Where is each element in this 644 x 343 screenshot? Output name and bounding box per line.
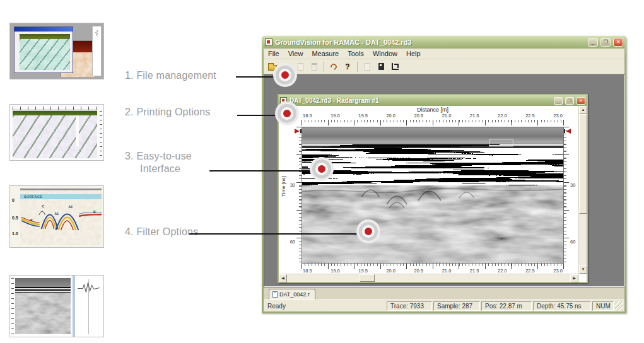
tick-label: 19.5 [358,113,368,119]
tick-label: 60 [290,239,295,245]
window-title: GroundVision for RAMAC - DAT_0042.rd3 [275,38,585,46]
feature-label: B [93,210,96,214]
annotation-line-3 [209,170,310,172]
horizontal-scroll-thumb[interactable] [360,274,375,282]
depth-tick: 1.0 [12,231,18,236]
main-titlebar: GroundVision for RAMAC - DAT_0042.rd3 _ … [264,36,624,49]
thumbnail-green-radargram [9,104,104,161]
thumbnail-seismic-section: 0 0.5 1.0 SURFACE B C [9,185,104,248]
vertical-scroll-thumb[interactable] [579,114,587,214]
status-ready: Ready [265,303,385,310]
distance-axis-bottom: 18.5 19.0 19.5 20.0 20.5 21.0 21.5 22.0 … [279,264,587,273]
tick-label: 19.0 [331,268,340,274]
document-tab-label: DAT_0042.r [279,291,310,298]
tick-label: 22.5 [525,113,535,119]
maximize-button[interactable]: ❐ [600,38,611,47]
annotation-marker-2 [281,107,293,120]
open-icon[interactable] [266,61,279,73]
time-axis-left: Time [ns] 30 60 [279,127,302,264]
surface-label: SURFACE [24,195,43,199]
annotation-marker-1 [279,69,291,81]
menu-tools[interactable]: Tools [348,50,364,57]
tick-label: 22.5 [525,268,535,274]
tick-label: 20.0 [386,113,395,119]
annotation-label-easy-interface-line1: 3. Easy-to-use [125,151,192,162]
resize-grip[interactable] [615,301,623,311]
depth-tick: 0.5 [12,216,18,220]
scroll-left-icon[interactable]: ◀ [279,274,287,282]
tick-label: 21.5 [470,113,479,119]
tick-label: 20.0 [386,268,395,274]
document-tab[interactable]: DAT_0042.r [269,289,315,299]
time-ruler-right [564,127,569,264]
thumbnail-trace-panel [92,26,102,76]
menu-bar: File View Measure Tools Window Help [264,49,624,59]
thumbnail-trace-view [75,277,102,335]
status-trace: Trace: 7933 [387,301,432,311]
horizontal-scrollbar[interactable]: ◀ ▶ [279,274,578,282]
toolbar-separator [357,62,358,72]
document-icon [272,291,278,298]
radargram-plot[interactable] [302,127,564,264]
distance-tick-labels: 18.5 19.0 19.5 20.0 20.5 21.0 21.5 22.0 … [302,113,564,119]
toolbar: ? [264,59,624,74]
menu-measure[interactable]: Measure [312,50,339,57]
thumbnail-window-titlebar [15,27,73,32]
marker-arrow-right[interactable] [566,129,571,134]
menu-help[interactable]: Help [406,50,421,57]
toolbar-separator [324,62,324,72]
paste-icon[interactable] [308,61,320,73]
help-icon[interactable]: ? [341,61,354,73]
copy-icon[interactable] [294,61,307,73]
tick-label: 18.5 [303,113,312,119]
child-close-button[interactable]: ✕ [577,97,585,105]
status-sample: Sample: 287 [433,301,480,311]
annotation-label-easy-interface-line2: Interface [140,163,180,175]
scroll-right-icon[interactable]: ▶ [570,274,578,282]
annotation-marker-3 [315,163,328,175]
feature-label: B [30,218,33,222]
minimize-button[interactable]: _ [588,38,598,47]
child-minimize-button[interactable]: _ [554,97,563,105]
distance-axis-label: Distance [m] [302,107,564,113]
scroll-down-icon[interactable]: ▼ [579,265,587,274]
status-position: Pos: 22.87 m [481,301,532,311]
tick-label: 19.0 [331,113,340,119]
pan-icon[interactable] [327,61,340,73]
time-axis-label: Time [ns] [281,176,286,197]
annotation-marker-4 [362,225,375,238]
tick-label: 23.0 [553,268,563,274]
menu-window[interactable]: Window [373,50,397,57]
radargram-title: DAT_0042.rd3 - Radargram #1 [290,97,551,104]
status-num-lock: NUM [592,301,614,311]
measure-icon[interactable] [389,61,401,73]
annotation-line-4 [189,233,357,235]
child-restore-button[interactable]: ❐ [565,97,574,105]
tick-label: 30 [570,182,575,188]
tick-label: 21.0 [442,268,452,274]
filter-icon[interactable] [375,61,387,73]
tick-label: 22.0 [498,268,507,274]
page: 0 0.5 1.0 SURFACE B C [0,0,644,343]
tick-label: 18.5 [303,268,312,274]
annotation-label-file-management: 1. File management [125,70,216,81]
vertical-scrollbar[interactable]: ▲ ▼ [578,106,587,274]
distance-tick-labels-bottom: 18.5 19.0 19.5 20.0 20.5 21.0 21.5 22.0 … [302,268,564,274]
menu-view[interactable]: View [288,50,303,57]
tick-label: 30 [290,182,295,188]
distance-ruler [302,120,564,125]
close-button[interactable]: ✕ [613,38,623,47]
main-window: GroundVision for RAMAC - DAT_0042.rd3 _ … [262,36,626,313]
scroll-up-icon[interactable]: ▲ [579,106,587,114]
new-document-icon[interactable] [361,61,373,73]
tick-label: 60 [570,239,575,245]
distance-axis: Distance [m] 18.5 19.0 19.5 20.0 20.5 21… [279,106,587,127]
menu-file[interactable]: File [268,50,279,57]
tick-label: 20.5 [414,268,424,274]
annotation-label-filter-options: 4. Filter Options [125,226,198,238]
time-ruler-left [296,127,302,264]
document-icon [280,97,287,104]
thumbnail-colored-radargram-windows [9,23,104,79]
marker-arrow-left[interactable] [295,129,300,134]
feature-label: A4 [68,205,73,209]
